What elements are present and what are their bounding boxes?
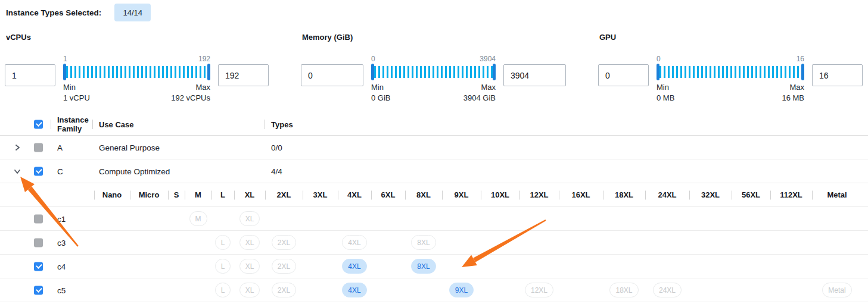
size-badge[interactable]: XL [239, 283, 260, 297]
vcpus-scale-min: 1 [63, 55, 67, 63]
family-checkbox-c[interactable] [34, 167, 43, 175]
instance-row-c1: c1 M XL [0, 207, 868, 231]
size-column-header: Micro [130, 183, 168, 206]
size-badge[interactable]: L [215, 235, 231, 250]
size-badge[interactable]: 8XL [411, 235, 435, 250]
instance-family-table: Instance Family Use Case Types A General… [0, 113, 868, 302]
size-column-header: 4XL [338, 183, 371, 206]
instance-name: c3 [57, 238, 66, 247]
size-badge[interactable]: 24XL [653, 283, 682, 297]
slider-ticks [374, 66, 493, 78]
size-column-header: 10XL [481, 183, 519, 206]
memory-slider-handle-min[interactable] [371, 64, 374, 80]
size-column-header: 3XL [303, 183, 338, 206]
selected-count-badge: 14/14 [114, 4, 151, 21]
size-badge-selected[interactable]: 8XL [411, 259, 435, 274]
filters-row: vCPUs 1 192 Min1 vCPU [0, 33, 868, 107]
family-row-a: A General Purpose 0/0 [0, 136, 868, 159]
instance-checkbox-c4[interactable] [34, 262, 43, 271]
memory-min-input[interactable] [301, 64, 363, 86]
gpu-slider-track[interactable] [657, 65, 804, 79]
size-column-header: 32XL [689, 183, 732, 206]
size-column-header: 18XL [603, 183, 645, 206]
memory-max-input[interactable] [503, 64, 566, 86]
size-badge[interactable]: M [189, 211, 207, 226]
instance-row-c5: c5 L XL 2XL 4XL 9XL 12XL 18XL 24XL Metal [0, 278, 868, 302]
size-column-header: 8XL [405, 183, 442, 206]
gpu-slider-handle-max[interactable] [801, 64, 804, 80]
family-checkbox-a[interactable] [34, 143, 43, 152]
memory-slider-handle-max[interactable] [493, 64, 496, 80]
size-header-row: Nano Micro S M L XL 2XL 3XL 4XL 6XL 8XL … [0, 183, 868, 207]
family-types-count: 0/0 [271, 143, 282, 152]
instance-checkbox-c5[interactable] [34, 286, 43, 294]
family-row-c: C Compute Optimized 4/4 [0, 159, 868, 183]
vcpus-slider-handle-max[interactable] [207, 64, 210, 80]
vcpus-scale-max: 192 [198, 55, 210, 63]
instance-row-c3: c3 L XL 2XL 4XL 8XL [0, 231, 868, 255]
instance-type-selector: Instance Types Selected: 14/14 vCPUs 1 1… [0, 0, 868, 304]
size-badge[interactable]: 2XL [272, 259, 296, 274]
memory-slider[interactable]: 0 3904 Min0 GiB Max3904 GiB [371, 55, 496, 104]
gpu-filter: GPU 0 16 Min0 MB [598, 33, 863, 104]
select-all-checkbox[interactable] [34, 120, 43, 129]
size-badge[interactable]: 18XL [609, 283, 638, 297]
instance-checkbox-c3[interactable] [34, 238, 43, 247]
vcpus-min-input[interactable] [5, 64, 55, 86]
size-column-header: 2XL [265, 183, 303, 206]
vcpus-slider-track[interactable] [63, 65, 210, 79]
size-column-header: 16XL [559, 183, 603, 206]
size-badge-selected[interactable]: 4XL [342, 283, 366, 297]
size-badge[interactable]: XL [239, 211, 260, 226]
size-column-header: M [185, 183, 211, 206]
vcpus-slider[interactable]: 1 192 Min1 vCPU Max192 vCPUs [63, 55, 210, 104]
memory-min-caption: Min0 GiB [371, 82, 391, 104]
gpu-max-input[interactable] [812, 64, 863, 86]
size-badge[interactable]: XL [239, 259, 260, 274]
slider-ticks [659, 66, 801, 78]
size-badge[interactable]: L [215, 259, 231, 274]
table-header-row: Instance Family Use Case Types [0, 113, 868, 136]
size-badge[interactable]: 2XL [272, 283, 296, 297]
size-column-header: Nano [94, 183, 130, 206]
memory-slider-track[interactable] [371, 65, 496, 79]
memory-scale-max: 3904 [480, 55, 496, 63]
gpu-title: GPU [598, 33, 863, 42]
slider-ticks [66, 66, 207, 78]
size-column-header: L [211, 183, 234, 206]
size-badge-selected[interactable]: 4XL [342, 259, 366, 274]
gpu-slider-handle-min[interactable] [657, 64, 659, 80]
family-use-case: Compute Optimized [99, 167, 170, 175]
size-badge[interactable]: 4XL [342, 235, 366, 250]
instance-name: c5 [57, 286, 66, 294]
header-separator [265, 120, 265, 129]
vcpus-max-input[interactable] [218, 64, 269, 86]
expand-row-button[interactable] [10, 140, 25, 155]
gpu-max-caption: Max16 MB [782, 82, 804, 104]
gpu-min-input[interactable] [598, 64, 649, 86]
memory-max-caption: Max3904 GiB [463, 82, 496, 104]
size-column-header: 56XL [732, 183, 770, 206]
memory-title: Memory (GiB) [301, 33, 566, 42]
instance-name: c4 [57, 262, 66, 271]
vcpus-filter: vCPUs 1 192 Min1 vCPU [5, 33, 269, 104]
size-column-header: Metal [812, 183, 862, 206]
size-badge-selected[interactable]: 9XL [449, 283, 474, 297]
size-badge[interactable]: XL [239, 235, 260, 250]
size-column-header: 12XL [519, 183, 559, 206]
selected-count-bar: Instance Types Selected: 14/14 [6, 4, 151, 21]
size-badge[interactable]: 2XL [272, 235, 296, 250]
header-separator [92, 120, 93, 129]
size-column-header: 9XL [442, 183, 481, 206]
size-badge[interactable]: 12XL [525, 283, 553, 297]
size-badge[interactable]: Metal [822, 283, 851, 297]
family-use-case: General Purpose [99, 143, 160, 152]
column-header-instance-family: Instance Family [57, 115, 91, 133]
instance-checkbox-c1[interactable] [34, 214, 43, 223]
vcpus-slider-handle-min[interactable] [63, 64, 66, 80]
vcpus-max-caption: Max192 vCPUs [171, 82, 210, 104]
size-column-header: S [168, 183, 185, 206]
gpu-slider[interactable]: 0 16 Min0 MB Max16 MB [657, 55, 804, 104]
size-badge[interactable]: L [215, 283, 231, 297]
collapse-row-button[interactable] [10, 164, 25, 179]
